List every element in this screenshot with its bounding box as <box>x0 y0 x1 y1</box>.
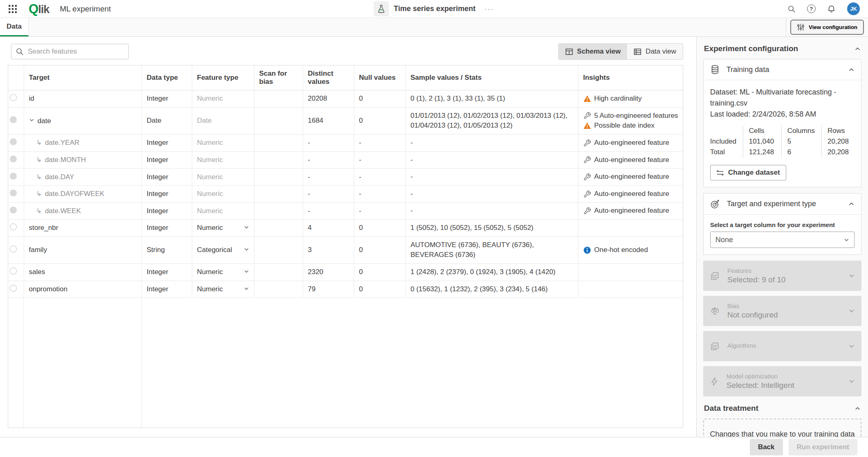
scan-for-bias-cell <box>254 134 303 151</box>
back-button[interactable]: Back <box>750 439 783 455</box>
target-radio[interactable] <box>10 223 17 230</box>
target-column-select[interactable]: None <box>710 232 855 248</box>
view-config-zone: View configuration <box>786 18 868 36</box>
col-header-null-values: Null values <box>354 65 405 90</box>
null-values-cell: 0 <box>354 107 405 134</box>
col-header-target: Target <box>24 65 142 90</box>
qlik-logo: Qlik <box>29 2 49 16</box>
scan-for-bias-cell <box>254 236 303 263</box>
experiment-menu-button[interactable]: ··· <box>484 5 494 12</box>
target-radio[interactable] <box>10 207 17 214</box>
feature-type-cell: Numeric <box>192 134 254 151</box>
feature-name: id <box>29 95 34 102</box>
collapse-chevron-icon[interactable] <box>29 117 34 125</box>
target-radio[interactable] <box>10 268 17 275</box>
scan-for-bias-cell <box>254 264 303 281</box>
features-section: Features Selected: 9 of 10 <box>703 261 861 291</box>
insight-text: Auto-engineered feature <box>594 155 669 165</box>
engineered-icon <box>583 173 591 181</box>
feature-type-cell: Numeric <box>192 90 254 108</box>
target-radio[interactable] <box>10 94 17 101</box>
insights-cell: 5 Auto-engineered featuresPossible date … <box>578 107 683 134</box>
insights-cell <box>578 281 683 298</box>
chevron-down-icon[interactable] <box>241 224 249 232</box>
table-row: ↳date Date Date 1684 0 01/01/2013 (12), … <box>8 107 683 134</box>
null-values-cell: - <box>354 151 405 169</box>
data-view-toggle[interactable]: Data view <box>627 44 683 59</box>
target-cell: ↳date.WEEK <box>24 203 142 220</box>
search-features-input[interactable] <box>11 44 129 59</box>
help-icon[interactable]: ? <box>807 5 816 13</box>
tabbar-spacer <box>29 18 786 36</box>
insight-text: One-hot encoded <box>594 245 648 255</box>
chevron-down-icon[interactable] <box>848 308 855 314</box>
insights-cell: One-hot encoded <box>578 236 683 263</box>
features-icon <box>710 271 720 281</box>
target-radio[interactable] <box>10 116 17 123</box>
col-header-distinct-values: Distinct values <box>303 65 354 90</box>
insights-cell: Auto-engineered feature <box>578 169 683 186</box>
chevron-down-icon[interactable] <box>848 343 855 349</box>
target-radio[interactable] <box>10 285 17 292</box>
scan-for-bias-cell <box>254 203 303 220</box>
app-launcher-icon[interactable] <box>8 5 17 14</box>
feature-type-cell: Numeric <box>192 264 254 281</box>
target-radio[interactable] <box>10 155 17 162</box>
target-icon <box>710 199 720 209</box>
scan-for-bias-cell <box>254 151 303 169</box>
data-type-cell: String <box>142 236 192 263</box>
column-divider <box>141 298 142 428</box>
target-radio[interactable] <box>10 173 17 180</box>
engineered-icon <box>583 190 591 198</box>
footer-bar: Back Run experiment <box>0 437 868 457</box>
feature-name: sales <box>29 268 45 276</box>
target-radio[interactable] <box>10 138 17 145</box>
data-type-cell: Integer <box>142 151 192 169</box>
insight-text: Auto-engineered feature <box>594 172 669 182</box>
chevron-down-icon[interactable] <box>241 268 249 276</box>
notifications-bell-icon[interactable] <box>827 5 836 13</box>
table-row: ↳sales Integer Numeric 2320 0 1 (2428), … <box>8 264 683 281</box>
chevron-up-icon[interactable] <box>848 67 855 73</box>
insight-text: Possible date index <box>594 121 654 131</box>
chevron-up-icon[interactable] <box>848 201 855 207</box>
feature-type-cell: Numeric <box>192 203 254 220</box>
table-row: ↳date.WEEK Integer Numeric - - - Auto-en… <box>8 203 683 220</box>
run-experiment-button[interactable]: Run experiment <box>789 439 857 455</box>
chevron-down-icon[interactable] <box>241 246 249 254</box>
algorithms-icon <box>710 341 720 351</box>
chevron-up-icon[interactable] <box>855 405 861 412</box>
chevron-down-icon[interactable] <box>241 285 249 293</box>
view-configuration-button[interactable]: View configuration <box>790 20 864 35</box>
target-radio[interactable] <box>10 189 17 196</box>
data-type-cell: Integer <box>142 264 192 281</box>
scan-for-bias-cell <box>254 90 303 108</box>
null-values-cell: - <box>354 185 405 203</box>
insight-item: Auto-engineered feature <box>583 189 680 199</box>
feature-type-value: Numeric <box>197 139 223 147</box>
insight-item: One-hot encoded <box>583 245 680 255</box>
change-dataset-button[interactable]: Change dataset <box>710 165 786 180</box>
insights-cell <box>578 264 683 281</box>
sample-values-cell: AUTOMOTIVE (6736), BEAUTY (6736), BEVERA… <box>405 236 578 263</box>
table-empty-area <box>8 298 683 428</box>
search-icon[interactable] <box>787 5 796 13</box>
insight-item: Auto-engineered feature <box>583 138 680 148</box>
table-row: ↳id Integer Numeric 20208 0 0 (1), 2 (1)… <box>8 90 683 108</box>
tab-data[interactable]: Data <box>0 18 29 36</box>
insight-text: Auto-engineered feature <box>594 206 669 216</box>
insight-item: Auto-engineered feature <box>583 206 680 216</box>
chevron-up-icon[interactable] <box>855 46 861 52</box>
chevron-down-icon[interactable] <box>848 378 855 385</box>
subfeature-arrow-icon: ↳ <box>36 156 42 163</box>
insights-cell: Auto-engineered feature <box>578 134 683 151</box>
feature-type-cell: Categorical <box>192 236 254 263</box>
stats-value: 121,248 <box>743 147 781 158</box>
insight-item: 5 Auto-engineered features <box>583 111 680 121</box>
schema-view-toggle[interactable]: Schema view <box>559 44 627 59</box>
target-radio[interactable] <box>10 245 17 252</box>
chevron-down-icon[interactable] <box>848 272 855 279</box>
warning-icon <box>583 122 591 130</box>
user-avatar[interactable]: JK <box>847 2 860 15</box>
sample-values-cell: 1 (2428), 2 (2379), 0 (1924), 3 (1905), … <box>405 264 578 281</box>
